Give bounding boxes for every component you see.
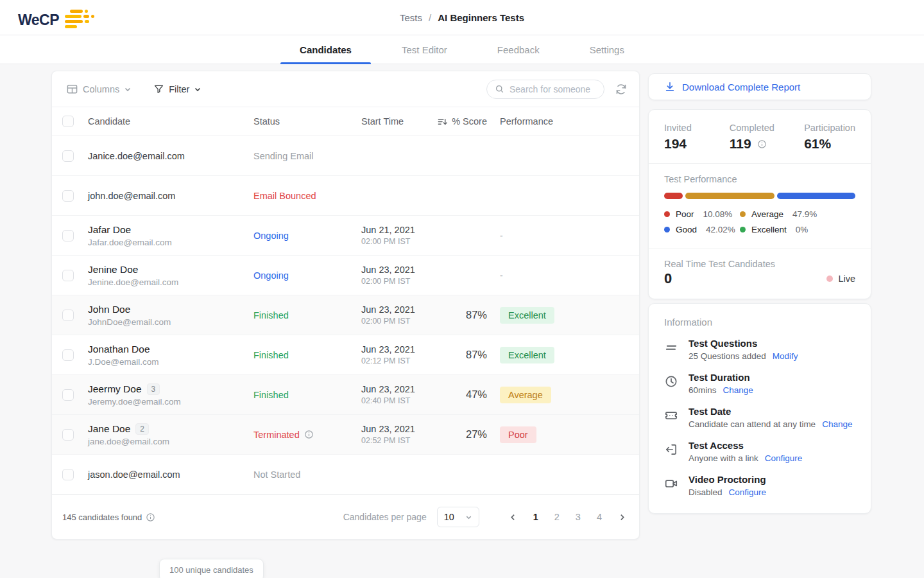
stat-invited: Invited194 (664, 123, 730, 152)
row-checkbox[interactable] (62, 429, 74, 441)
tab-test-editor[interactable]: Test Editor (382, 35, 466, 64)
table-row[interactable]: Jenine DoeJenine.doe@email.comOngoingJun… (52, 256, 639, 295)
table-row[interactable]: Janice.doe@email.comSending Email (52, 136, 639, 176)
row-checkbox[interactable] (62, 270, 74, 281)
column-header-start-time[interactable]: Start Time (361, 116, 437, 127)
info-item-title: Test Questions (689, 338, 798, 349)
row-checkbox[interactable] (62, 310, 74, 321)
start-date: Jun 23, 2021 (361, 424, 437, 434)
table-row[interactable]: Jonathan DoeJ.Doe@email.comFinishedJun 2… (52, 335, 639, 375)
tab-settings[interactable]: Settings (570, 35, 644, 64)
candidate-email: JohnDoe@email.com (88, 317, 253, 327)
table-body: Janice.doe@email.comSending Emailjohn.do… (52, 136, 639, 495)
status-text: Terminated (253, 430, 361, 440)
column-header-candidate[interactable]: Candidate (88, 116, 253, 127)
info-item-link[interactable]: Configure (765, 453, 803, 463)
breadcrumb-current: AI Beginners Tests (438, 12, 524, 23)
legend-value: 0% (796, 225, 809, 234)
candidates-table-card: Columns Filter (51, 71, 640, 539)
page-number-2[interactable]: 2 (554, 512, 560, 522)
bar-segment-average (685, 193, 774, 199)
test-performance-section: Test Performance Poor10.08%Average47.9%G… (649, 164, 871, 237)
performance-badge: Excellent (500, 307, 554, 324)
filter-button[interactable]: Filter (153, 83, 201, 94)
candidate-email: J.Doe@email.com (88, 357, 253, 367)
table-row[interactable]: Jeermy Doe3Jeremy.doe@email.comFinishedJ… (52, 375, 639, 415)
realtime-count: 0 (664, 270, 672, 287)
table-row[interactable]: john.doe@email.comEmail Bounced (52, 176, 639, 216)
table-row[interactable]: jason.doe@email.comNot Started (52, 455, 639, 495)
pagination-prev-icon[interactable] (509, 513, 517, 521)
legend-label: Excellent (751, 225, 787, 234)
columns-menu-button[interactable]: Columns (66, 83, 132, 95)
row-checkbox[interactable] (62, 469, 74, 480)
table-row[interactable]: John DoeJohnDoe@email.comFinishedJun 23,… (52, 295, 639, 335)
column-header-score[interactable]: % Score (452, 116, 487, 127)
search-box[interactable] (486, 80, 604, 99)
info-item-link[interactable]: Configure (729, 487, 767, 497)
info-item-link[interactable]: Modify (773, 351, 798, 361)
legend-value: 10.08% (703, 209, 733, 219)
row-checkbox[interactable] (62, 389, 74, 401)
breadcrumb-separator: / (429, 12, 431, 23)
row-checkbox[interactable] (62, 150, 74, 162)
information-card: Information Test Questions25 Questions a… (648, 303, 871, 514)
search-icon (495, 84, 504, 94)
per-page-label: Candidates per page (343, 512, 427, 522)
brand-icon (65, 9, 94, 31)
status-text: Finished (253, 350, 361, 360)
page-number-3[interactable]: 3 (576, 512, 581, 522)
legend-value: 42.02% (706, 225, 735, 234)
info-item-test-date: Test DateCandidate can attend at any tim… (664, 406, 855, 429)
info-icon[interactable] (146, 512, 155, 522)
test-performance-title: Test Performance (664, 174, 855, 184)
row-checkbox[interactable] (62, 190, 74, 202)
per-page-select[interactable]: 10 (437, 507, 479, 527)
info-item-title: Test Duration (689, 372, 753, 383)
breadcrumb-parent[interactable]: Tests (400, 12, 422, 23)
sort-icon[interactable] (437, 116, 448, 127)
select-all-checkbox[interactable] (62, 116, 74, 127)
tab-candidates[interactable]: Candidates (280, 35, 371, 64)
column-header-performance[interactable]: Performance (487, 116, 626, 127)
candidate-email: Jeremy.doe@email.com (88, 397, 253, 407)
columns-icon (66, 83, 78, 95)
download-report-button[interactable]: Download Complete Report (648, 73, 871, 100)
legend-dot (740, 211, 746, 217)
per-page-value: 10 (444, 512, 454, 522)
performance-badge: Excellent (500, 347, 554, 363)
performance-badge: Poor (500, 426, 536, 443)
start-date: Jun 23, 2021 (361, 384, 437, 394)
row-checkbox[interactable] (62, 230, 74, 241)
pagination-next-icon[interactable] (618, 513, 626, 521)
status-text: Finished (253, 390, 361, 400)
brand-logo[interactable]: WeCP (18, 9, 94, 31)
refresh-icon[interactable] (615, 83, 628, 96)
page-number-4[interactable]: 4 (597, 512, 602, 522)
status-text: Finished (253, 310, 361, 320)
legend-label: Average (751, 209, 783, 219)
score-value: 87% (466, 309, 487, 320)
table-row[interactable]: Jane Doe2jane.doe@email.comTerminatedJun… (52, 415, 639, 455)
candidates-found-text: 145 candidates found (62, 512, 142, 522)
info-icon[interactable] (757, 139, 767, 149)
info-icon[interactable] (304, 430, 314, 439)
info-item-link[interactable]: Change (723, 385, 753, 395)
table-footer: 145 candidates found Candidates per page… (52, 495, 639, 539)
info-item-link[interactable]: Change (822, 419, 852, 429)
status-text: Ongoing (253, 231, 361, 241)
attempt-count-badge: 3 (147, 383, 160, 395)
list-icon (664, 338, 689, 361)
page-number-1[interactable]: 1 (533, 512, 538, 522)
table-row[interactable]: Jafar DoeJafar.doe@email.comOngoingJun 2… (52, 216, 639, 256)
tab-feedback[interactable]: Feedback (478, 35, 559, 64)
info-item-subtitle: Candidate can attend at any time (689, 419, 816, 429)
table-toolbar: Columns Filter (52, 71, 639, 107)
search-input[interactable] (509, 84, 596, 94)
column-header-status[interactable]: Status (253, 116, 361, 127)
row-checkbox[interactable] (62, 349, 74, 361)
start-date: Jun 21, 2021 (361, 225, 437, 235)
performance-empty: - (500, 231, 503, 241)
candidate-name: Jenine Doe (88, 264, 138, 276)
start-time: 02:40 PM IST (361, 396, 437, 405)
